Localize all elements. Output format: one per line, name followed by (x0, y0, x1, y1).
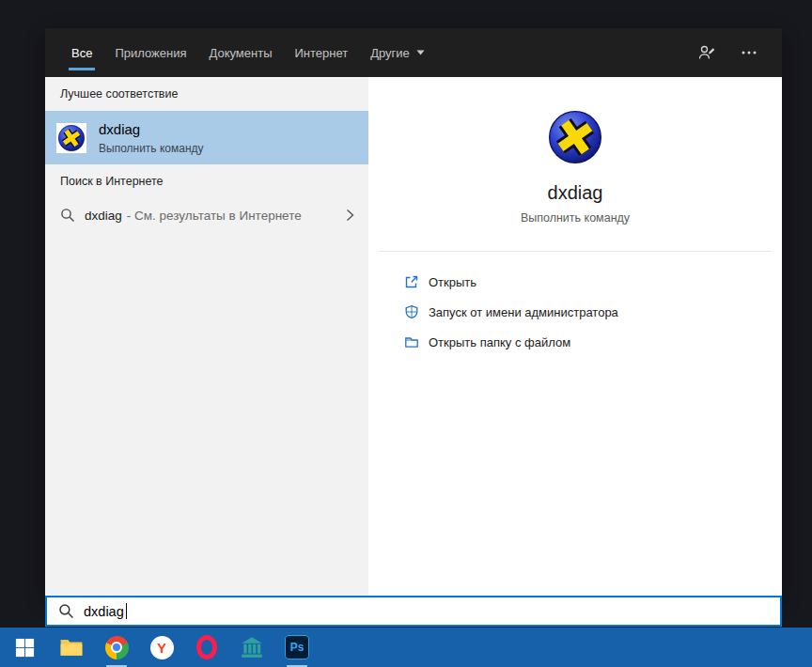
action-open-file-location[interactable]: Открыть папку с файлом (368, 327, 782, 357)
tab-web[interactable]: Интернет (283, 28, 359, 77)
tab-more[interactable]: Другие (359, 28, 436, 77)
windows-logo-icon (15, 638, 35, 658)
folder-icon (59, 635, 84, 659)
opera-icon (196, 635, 217, 659)
photoshop-icon: Ps (285, 635, 309, 659)
taskbar-app-photoshop[interactable]: Ps (274, 628, 320, 667)
search-input[interactable]: dxdiag (45, 596, 782, 627)
search-icon (58, 603, 74, 619)
taskbar: Y Ps (0, 628, 812, 667)
action-open[interactable]: Открыть (368, 267, 782, 297)
preview-panel: dxdiag Выполнить команду Открыть (368, 77, 782, 596)
more-menu-icon[interactable] (741, 44, 757, 61)
bank-building-icon (240, 635, 264, 659)
taskbar-app-file-explorer[interactable] (49, 628, 94, 667)
tab-all-label: Все (71, 46, 92, 60)
file-location-icon (404, 334, 419, 349)
best-match-result[interactable]: dxdiag Выполнить команду (45, 111, 368, 164)
action-run-as-admin[interactable]: Запуск от имени администратора (368, 297, 782, 327)
suggestion-text: dxdiag- См. результаты в Интернете (85, 209, 302, 223)
start-button[interactable] (0, 628, 49, 667)
results-list-panel: Лучшее соответствие (45, 77, 368, 596)
best-match-subtitle: Выполнить команду (99, 142, 204, 155)
open-icon (404, 274, 419, 289)
best-match-title: dxdiag (99, 120, 204, 139)
tab-apps-label: Приложения (115, 46, 186, 60)
photoshop-letters: Ps (290, 642, 304, 653)
tab-more-label: Другие (370, 46, 410, 60)
tab-apps[interactable]: Приложения (103, 28, 197, 77)
chevron-right-icon[interactable] (344, 208, 355, 223)
search-results-area: Лучшее соответствие (45, 77, 782, 596)
filter-tabs: Все Приложения Документы Интернет Другие (45, 28, 436, 77)
suggestion-hint: - См. результаты в Интернете (127, 209, 302, 223)
dxdiag-icon (56, 123, 86, 153)
dxdiag-icon (545, 107, 605, 167)
taskbar-app-chrome[interactable] (94, 628, 139, 667)
text-cursor (126, 603, 127, 619)
tab-web-label: Интернет (294, 46, 348, 60)
user-account-icon[interactable] (697, 43, 716, 62)
best-match-text: dxdiag Выполнить команду (99, 120, 204, 155)
admin-shield-icon (404, 304, 419, 319)
search-icon (60, 208, 75, 223)
yandex-letter: Y (157, 641, 166, 655)
action-list: Открыть Запуск от имени администратора (368, 267, 782, 357)
preview-title: dxdiag (368, 182, 782, 204)
divider (380, 251, 771, 252)
chrome-icon (105, 636, 129, 659)
tab-all[interactable]: Все (60, 28, 103, 77)
search-input-value: dxdiag (84, 604, 124, 619)
taskbar-app-opera[interactable] (184, 628, 229, 667)
best-match-header: Лучшее соответствие (60, 87, 178, 101)
yandex-icon: Y (150, 636, 174, 659)
topbar-right-icons (697, 28, 782, 77)
chevron-down-icon (416, 50, 425, 55)
web-search-suggestion[interactable]: dxdiag- См. результаты в Интернете (45, 197, 368, 233)
taskbar-app-yandex[interactable]: Y (139, 628, 184, 667)
action-run-as-admin-label: Запуск от имени администратора (429, 305, 618, 319)
taskbar-app-bank-client[interactable] (229, 628, 274, 667)
suggestion-query: dxdiag (85, 209, 122, 223)
web-search-header: Поиск в Интернете (60, 175, 164, 188)
search-filter-bar: Все Приложения Документы Интернет Другие (45, 28, 782, 77)
tab-documents-label: Документы (209, 46, 272, 60)
search-flyout: Все Приложения Документы Интернет Другие (45, 28, 782, 596)
action-open-label: Открыть (429, 275, 476, 289)
tab-documents[interactable]: Документы (197, 28, 283, 77)
action-open-file-location-label: Открыть папку с файлом (429, 335, 570, 349)
preview-subtitle: Выполнить команду (368, 211, 782, 225)
